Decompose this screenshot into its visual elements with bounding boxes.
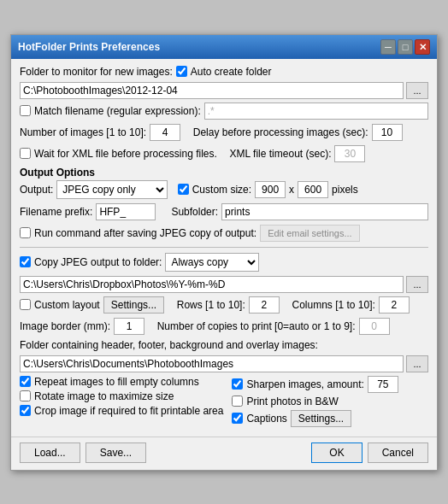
main-window: HotFolder Prints Preferences ─ □ ✕ Folde… — [10, 34, 438, 471]
output-select[interactable]: JPEG copy only — [56, 180, 168, 199]
content-area: Folder to monitor for new images: Auto c… — [11, 59, 437, 437]
load-button[interactable]: Load... — [20, 442, 80, 463]
copies-label: Number of copies to print [0=auto or 1 t… — [157, 320, 356, 332]
rotate-checkbox[interactable] — [20, 390, 31, 401]
run-command-row: Run command after saving JPEG copy of ou… — [20, 225, 428, 242]
custom-size-checkbox[interactable] — [178, 184, 189, 195]
border-label: Image border (mm): — [20, 320, 110, 332]
header-folder-browse-button[interactable]: ... — [406, 355, 428, 372]
bw-label: Print photos in B&W — [246, 396, 338, 407]
close-button[interactable]: ✕ — [415, 39, 430, 55]
crop-label: Crop image if required to fit printable … — [34, 405, 223, 417]
custom-layout-checkbox[interactable] — [20, 299, 31, 310]
layout-row: Custom layout Settings... Rows [1 to 10]… — [20, 296, 428, 314]
crop-checkbox[interactable] — [20, 405, 31, 416]
captions-row: Captions Settings... — [232, 410, 428, 427]
sharpen-input[interactable] — [368, 376, 398, 393]
header-folder-label: Folder containing header, footer, backgr… — [20, 339, 318, 351]
folder-row: Folder to monitor for new images: Auto c… — [20, 66, 428, 78]
window-title: HotFolder Prints Preferences — [18, 41, 160, 53]
copy-jpeg-select[interactable]: Always copy — [165, 253, 259, 272]
output-row: Output: JPEG copy only Custom size: x pi… — [20, 180, 428, 199]
folder-label: Folder to monitor for new images: — [20, 66, 173, 78]
crop-row: Crop image if required to fit printable … — [20, 405, 223, 417]
rotate-row: Rotate image to maximize size — [20, 390, 223, 402]
subfolder-input[interactable] — [221, 203, 428, 220]
wait-xml-checkbox[interactable] — [20, 148, 31, 159]
captions-label: Captions — [246, 413, 286, 425]
num-images-label: Number of images [1 to 10]: — [20, 126, 146, 138]
copy-jpeg-row: Copy JPEG output to folder: Always copy — [20, 253, 428, 272]
sharpen-row: Sharpen images, amount: — [232, 376, 428, 393]
minimize-button[interactable]: ─ — [380, 39, 396, 55]
repeat-row: Repeat images to fill empty columns — [20, 376, 223, 388]
title-bar: HotFolder Prints Preferences ─ □ ✕ — [11, 35, 437, 59]
xml-timeout-input[interactable] — [334, 145, 365, 162]
sharpen-checkbox[interactable] — [232, 378, 243, 390]
run-command-checkbox[interactable] — [20, 227, 31, 238]
copy-jpeg-browse-button[interactable]: ... — [406, 276, 428, 293]
header-folder-path-row: ... — [20, 355, 428, 372]
match-filename-label: Match filename (regular expression): — [34, 105, 201, 117]
layout-settings-button[interactable]: Settings... — [103, 296, 164, 314]
cancel-button[interactable]: Cancel — [368, 442, 428, 463]
bottom-buttons: Load... Save... OK Cancel — [11, 437, 437, 470]
auto-create-label: Auto create folder — [191, 66, 272, 78]
bw-checkbox[interactable] — [232, 396, 243, 407]
wait-xml-row: Wait for XML file before processing file… — [20, 145, 428, 162]
copy-jpeg-path-row: ... — [20, 276, 428, 293]
options-right-col: Sharpen images, amount: Print photos in … — [232, 376, 428, 430]
maximize-button[interactable]: □ — [398, 39, 413, 55]
folder-path-row: ... — [20, 82, 428, 99]
captions-settings-button[interactable]: Settings... — [291, 410, 351, 427]
auto-create-checkbox[interactable] — [176, 66, 187, 77]
run-command-label: Run command after saving JPEG copy of ou… — [34, 227, 256, 239]
filename-row: Filename prefix: Subfolder: — [20, 203, 428, 220]
ok-button[interactable]: OK — [311, 442, 362, 463]
height-input[interactable] — [298, 181, 328, 198]
copies-input[interactable] — [359, 318, 390, 335]
width-input[interactable] — [255, 181, 286, 198]
subfolder-label: Subfolder: — [171, 206, 218, 218]
custom-size-label: Custom size: — [192, 184, 251, 196]
folder-browse-button[interactable]: ... — [406, 82, 428, 99]
title-bar-buttons: ─ □ ✕ — [380, 39, 430, 55]
pixels-label: pixels — [332, 184, 358, 196]
options-left-col: Repeat images to fill empty columns Rota… — [20, 376, 223, 430]
left-buttons: Load... Save... — [20, 442, 146, 463]
rows-input[interactable] — [249, 296, 280, 314]
xml-timeout-label: XML file timeout (sec): — [230, 148, 332, 160]
copy-jpeg-label: Copy JPEG output to folder: — [34, 256, 162, 268]
repeat-checkbox[interactable] — [20, 376, 31, 387]
match-filename-row: Match filename (regular expression): — [20, 103, 428, 120]
match-filename-input[interactable] — [204, 103, 428, 120]
edit-email-button[interactable]: Edit email settings... — [260, 225, 359, 242]
prefix-input[interactable] — [96, 203, 156, 220]
repeat-label: Repeat images to fill empty columns — [34, 376, 199, 388]
x-label: x — [289, 184, 294, 196]
delay-input[interactable] — [372, 124, 403, 141]
cols-label: Columns [1 to 10]: — [292, 299, 374, 311]
sharpen-label: Sharpen images, amount: — [246, 378, 363, 390]
bw-row: Print photos in B&W — [232, 396, 428, 407]
header-folder-path-input[interactable] — [20, 355, 404, 372]
match-filename-checkbox[interactable] — [20, 105, 31, 116]
prefix-label: Filename prefix: — [20, 206, 92, 218]
border-input[interactable] — [114, 318, 144, 335]
save-button[interactable]: Save... — [85, 442, 146, 463]
num-images-row: Number of images [1 to 10]: Delay before… — [20, 124, 428, 141]
rows-label: Rows [1 to 10]: — [177, 299, 245, 311]
header-folder-row: Folder containing header, footer, backgr… — [20, 339, 428, 351]
output-options-label: Output Options — [20, 167, 428, 179]
wait-xml-label: Wait for XML file before processing file… — [34, 148, 217, 160]
folder-path-input[interactable] — [20, 82, 404, 99]
delay-label: Delay before processing images (sec): — [193, 126, 368, 138]
cols-input[interactable] — [379, 296, 410, 314]
copy-jpeg-checkbox[interactable] — [20, 256, 31, 267]
border-row: Image border (mm): Number of copies to p… — [20, 318, 428, 335]
copy-jpeg-path-input[interactable] — [20, 276, 404, 293]
custom-layout-label: Custom layout — [34, 299, 100, 311]
captions-checkbox[interactable] — [232, 413, 243, 424]
num-images-input[interactable] — [150, 124, 180, 141]
rotate-label: Rotate image to maximize size — [34, 390, 174, 402]
